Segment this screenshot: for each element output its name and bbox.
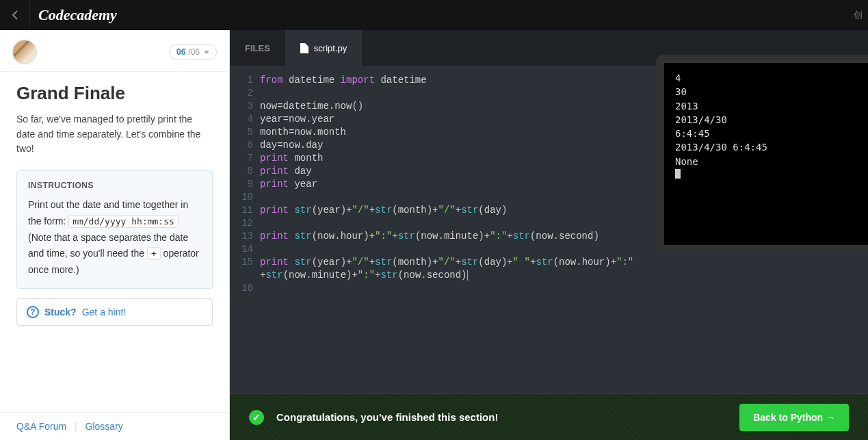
sidebar-top: 06/06 <box>0 30 229 72</box>
line-gutter: 12345678910111213141516 <box>230 74 260 440</box>
file-icon <box>300 43 308 53</box>
bottom-bar: ✓ Congratulations, you've finished this … <box>230 393 868 440</box>
logo[interactable]: Codecademy <box>38 6 117 24</box>
instructions-code1: mm/dd/yyyy hh:mm:ss <box>68 215 179 228</box>
chevron-down-icon <box>204 51 209 54</box>
header-right-text[interactable]: 创 <box>854 9 868 21</box>
lesson-sidebar: 06/06 Grand Finale So far, we've managed… <box>0 30 230 440</box>
console-panel: 43020132013/4/306:4:452013/4/30 6:4:45No… <box>656 55 868 253</box>
editor-area: FILES script.py 12345678910111213141516 … <box>230 30 868 440</box>
hint-get-label: Get a hint! <box>82 307 127 318</box>
lesson-title: Grand Finale <box>16 83 213 104</box>
back-to-python-button[interactable]: Back to Python → <box>739 404 849 431</box>
hint-stuck-label: Stuck? <box>44 307 77 318</box>
sidebar-footer: Q&A Forum | Glossary <box>0 412 229 440</box>
console-cursor <box>675 169 681 179</box>
files-tab[interactable]: FILES <box>230 30 285 66</box>
console-output: 43020132013/4/306:4:452013/4/30 6:4:45No… <box>675 71 858 168</box>
question-icon: ? <box>27 306 39 318</box>
top-header: Codecademy 创 <box>0 0 868 30</box>
file-tab-active[interactable]: script.py <box>285 30 362 66</box>
file-tab-name: script.py <box>314 43 347 53</box>
qa-forum-link[interactable]: Q&A Forum <box>16 421 66 432</box>
instructions-code2: + <box>147 247 161 260</box>
lesson-total-number: /06 <box>188 47 200 57</box>
back-button[interactable] <box>0 0 30 30</box>
lesson-current-number: 06 <box>176 47 185 57</box>
sidebar-content: Grand Finale So far, we've managed to pr… <box>0 72 229 412</box>
footer-separator: | <box>75 421 77 432</box>
avatar[interactable] <box>12 40 37 64</box>
lesson-description: So far, we've managed to prettily print … <box>16 112 213 157</box>
hint-button[interactable]: ? Stuck? Get a hint! <box>16 298 213 326</box>
congrats-message: Congratulations, you've finished this se… <box>276 411 727 423</box>
instructions-text: Print out the date and time together in … <box>28 197 201 279</box>
glossary-link[interactable]: Glossary <box>86 421 123 432</box>
lesson-progress-badge[interactable]: 06/06 <box>169 44 217 60</box>
instructions-box: INSTRUCTIONS Print out the date and time… <box>16 170 213 289</box>
check-icon: ✓ <box>249 410 264 425</box>
instructions-heading: INSTRUCTIONS <box>28 181 201 190</box>
